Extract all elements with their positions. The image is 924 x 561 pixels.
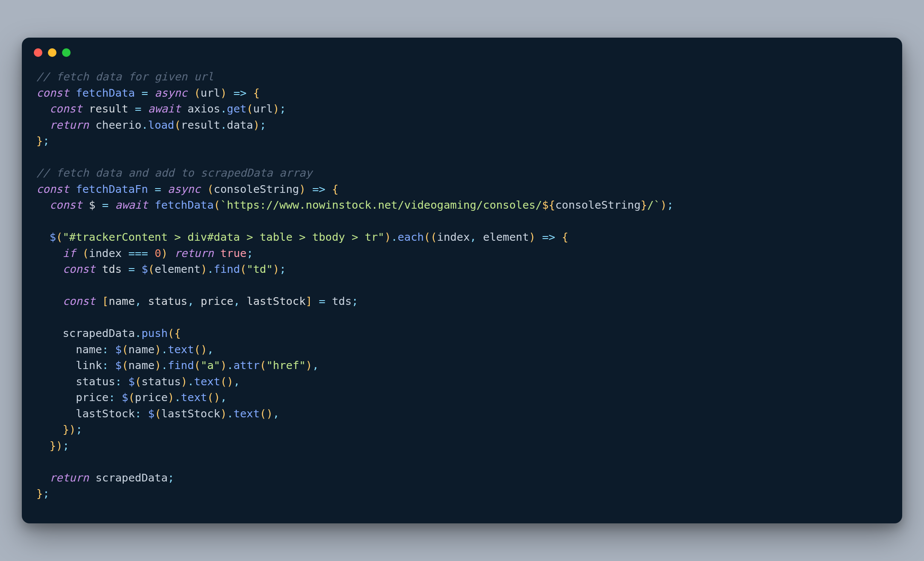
code-ident: $ — [128, 375, 135, 388]
code-string: "href" — [266, 359, 305, 372]
code-ident: consoleString — [555, 198, 641, 211]
code-method: find — [168, 359, 194, 372]
code-prop: status — [76, 375, 115, 388]
code-keyword: return — [50, 471, 89, 484]
code-ident: $ — [148, 407, 154, 420]
code-param: element — [483, 230, 529, 243]
code-prop: price — [76, 391, 109, 404]
code-ident: fetchData — [154, 198, 213, 211]
code-ident: cheerio — [95, 118, 141, 131]
code-ident: element — [154, 263, 200, 275]
code-prop: data — [227, 118, 253, 131]
code-ident: $ — [115, 359, 121, 372]
code-keyword: return — [174, 247, 213, 260]
code-method: text — [194, 375, 220, 388]
code-window: // fetch data for given url const fetchD… — [22, 38, 902, 523]
code-ident: $ — [89, 198, 95, 211]
code-string: "a" — [201, 359, 220, 372]
code-keyword: await — [115, 198, 148, 211]
code-arrow: => — [234, 86, 247, 99]
code-number: 0 — [154, 247, 161, 260]
code-ident: tds — [102, 263, 122, 275]
code-ident: $ — [142, 263, 148, 275]
code-ident: fetchDataFn — [76, 183, 148, 195]
window-titlebar — [22, 38, 902, 59]
code-keyword: const — [36, 86, 69, 99]
code-keyword: await — [148, 102, 181, 115]
code-bool: true — [220, 247, 246, 260]
code-string: https://www.nowinstock.net/videogaming/c… — [227, 198, 542, 211]
code-keyword: if — [62, 247, 76, 260]
minimize-icon[interactable] — [48, 48, 56, 57]
code-method: text — [168, 343, 194, 356]
code-ident: result — [181, 118, 220, 131]
code-keyword: const — [50, 198, 83, 211]
code-ident: status — [148, 295, 187, 307]
code-ident: scrapedData — [62, 327, 135, 340]
code-method: each — [397, 230, 424, 243]
code-param: url — [201, 86, 220, 99]
code-ident: tds — [332, 295, 352, 307]
code-ident: $ — [115, 343, 121, 356]
code-block: // fetch data for given url const fetchD… — [22, 59, 902, 514]
code-ident: axios — [187, 102, 220, 115]
code-ident: result — [89, 102, 128, 115]
code-ident: name — [109, 295, 135, 307]
code-param: consoleString — [214, 183, 299, 195]
code-ident: price — [201, 295, 234, 307]
code-method: attr — [234, 359, 260, 372]
code-ident: $ — [122, 391, 128, 404]
code-ident: index — [89, 247, 122, 260]
close-icon[interactable] — [34, 48, 42, 57]
code-keyword: const — [62, 295, 95, 307]
code-method: push — [142, 327, 168, 340]
code-ident: url — [253, 102, 273, 115]
code-ident: name — [128, 359, 154, 372]
code-keyword: async — [168, 183, 201, 195]
code-keyword: const — [36, 183, 69, 195]
code-ident: name — [128, 343, 154, 356]
code-prop: lastStock — [76, 407, 135, 420]
code-keyword: async — [154, 86, 187, 99]
code-string: / — [647, 198, 654, 211]
code-prop: link — [76, 359, 102, 372]
code-ident: scrapedData — [95, 471, 168, 484]
code-ident: $ — [50, 230, 56, 243]
code-prop: name — [76, 343, 102, 356]
code-method: load — [148, 118, 174, 131]
code-string: "td" — [246, 263, 272, 275]
code-arrow: => — [542, 230, 555, 243]
code-ident: fetchData — [76, 86, 135, 99]
code-op: === — [128, 247, 148, 260]
code-method: get — [227, 102, 246, 115]
code-method: find — [214, 263, 240, 275]
code-comment: // fetch data for given url — [36, 70, 214, 83]
code-comment: // fetch data and add to scrapedData arr… — [36, 166, 312, 179]
code-keyword: return — [50, 118, 89, 131]
code-arrow: => — [312, 183, 326, 195]
code-ident: lastStock — [246, 295, 305, 307]
code-param: index — [437, 230, 470, 243]
zoom-icon[interactable] — [62, 48, 71, 57]
code-keyword: const — [50, 102, 83, 115]
code-method: text — [181, 391, 207, 404]
code-ident: price — [135, 391, 168, 404]
code-method: text — [234, 407, 260, 420]
code-ident: lastStock — [161, 407, 220, 420]
code-ident: status — [142, 375, 181, 388]
code-string: "#trackerContent > div#data > table > tb… — [62, 230, 384, 243]
code-keyword: const — [62, 263, 95, 275]
